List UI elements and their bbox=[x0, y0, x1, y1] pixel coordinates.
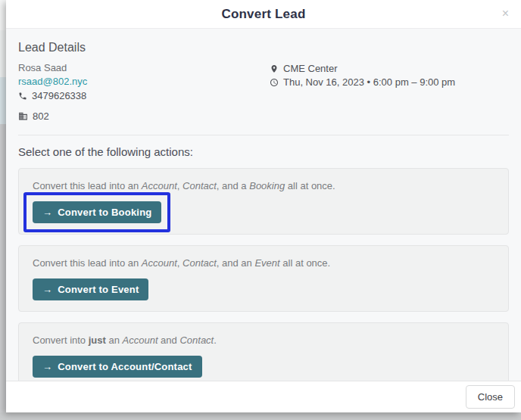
lead-phone: 3479626338 bbox=[32, 90, 86, 101]
highlight-annotation: → Convert to Booking bbox=[23, 192, 170, 232]
action-option-booking: Convert this lead into an Account, Conta… bbox=[18, 168, 509, 235]
text-part: . bbox=[214, 334, 217, 346]
lead-details-right-column: CME Center Thu, Nov 16, 2023 • 6:00 pm –… bbox=[270, 62, 455, 124]
page-backdrop bbox=[0, 0, 6, 30]
text-part: Convert this lead into an bbox=[33, 257, 142, 269]
lead-company: 802 bbox=[33, 110, 49, 122]
actions-section: Select one of the following actions: Con… bbox=[6, 145, 521, 381]
text-part: , and a bbox=[217, 180, 249, 191]
arrow-right-icon: → bbox=[42, 207, 52, 218]
lead-email-link[interactable]: rsaad@802.nyc bbox=[18, 76, 270, 87]
modal-title: Convert Lead bbox=[6, 0, 521, 29]
lead-datetime-row: Thu, Nov 16, 2023 • 6:00 pm – 9:00 pm bbox=[270, 76, 455, 88]
convert-to-event-button[interactable]: → Convert to Event bbox=[33, 278, 148, 300]
text-part: , bbox=[177, 257, 183, 269]
button-label: Convert to Account/Contact bbox=[58, 361, 192, 372]
close-icon[interactable]: × bbox=[501, 0, 510, 29]
convert-lead-modal: Convert Lead × Lead Details Rosa Saad rs… bbox=[6, 0, 521, 412]
text-part: Booking bbox=[249, 180, 285, 191]
actions-heading: Select one of the following actions: bbox=[18, 145, 509, 158]
text-part: and bbox=[158, 334, 180, 346]
phone-icon bbox=[18, 92, 27, 101]
lead-name: Rosa Saad bbox=[18, 62, 270, 73]
text-part: Account bbox=[123, 334, 158, 346]
text-part: Account bbox=[142, 257, 177, 269]
text-part: Convert this lead into an bbox=[33, 180, 142, 191]
action-description: Convert this lead into an Account, Conta… bbox=[33, 257, 494, 269]
text-part: Account bbox=[142, 180, 177, 191]
lead-phone-row: 3479626338 bbox=[18, 90, 270, 101]
text-part: Convert into bbox=[33, 334, 89, 346]
action-option-event: Convert this lead into an Account, Conta… bbox=[18, 245, 509, 312]
page-backdrop bbox=[0, 77, 6, 124]
action-description: Convert into just an Account and Contact… bbox=[33, 334, 494, 347]
button-label: Convert to Booking bbox=[58, 207, 151, 218]
close-button[interactable]: Close bbox=[466, 385, 515, 409]
page-backdrop bbox=[0, 30, 6, 77]
text-part: Event bbox=[254, 257, 279, 269]
lead-details-left-column: Rosa Saad rsaad@802.nyc 3479626338 802 bbox=[18, 62, 270, 124]
lead-details-grid: Rosa Saad rsaad@802.nyc 3479626338 802 bbox=[18, 62, 509, 124]
convert-to-account-contact-button[interactable]: → Convert to Account/Contact bbox=[33, 356, 202, 378]
lead-datetime: Thu, Nov 16, 2023 • 6:00 pm – 9:00 pm bbox=[283, 76, 455, 88]
convert-to-booking-button[interactable]: → Convert to Booking bbox=[33, 201, 161, 223]
action-description: Convert this lead into an Account, Conta… bbox=[33, 180, 494, 192]
section-divider bbox=[18, 135, 509, 135]
page-backdrop bbox=[0, 124, 6, 412]
text-part: Contact bbox=[179, 334, 214, 346]
text-part: , and an bbox=[217, 257, 255, 269]
text-part: Contact bbox=[183, 257, 217, 269]
modal-body: Lead Details Rosa Saad rsaad@802.nyc 347… bbox=[6, 29, 521, 381]
building-icon bbox=[18, 111, 28, 121]
button-label: Convert to Event bbox=[58, 284, 139, 295]
text-part: Contact bbox=[183, 180, 217, 191]
modal-header: Convert Lead × bbox=[6, 0, 521, 29]
text-part: an bbox=[106, 334, 123, 346]
map-pin-icon bbox=[270, 64, 279, 73]
lead-details-heading: Lead Details bbox=[18, 41, 509, 54]
text-part: just bbox=[89, 334, 106, 346]
lead-details-section: Lead Details Rosa Saad rsaad@802.nyc 347… bbox=[6, 29, 521, 135]
modal-footer: Close bbox=[6, 381, 521, 412]
lead-location-row: CME Center bbox=[270, 63, 455, 74]
action-option-account-contact: Convert into just an Account and Contact… bbox=[18, 322, 509, 381]
arrow-right-icon: → bbox=[42, 361, 52, 372]
text-part: all at once. bbox=[285, 180, 335, 191]
lead-location: CME Center bbox=[283, 63, 338, 74]
clock-icon bbox=[270, 78, 279, 87]
text-part: , bbox=[177, 180, 183, 191]
arrow-right-icon: → bbox=[42, 284, 52, 295]
text-part: all at once. bbox=[280, 257, 331, 269]
lead-company-row: 802 bbox=[18, 110, 270, 122]
